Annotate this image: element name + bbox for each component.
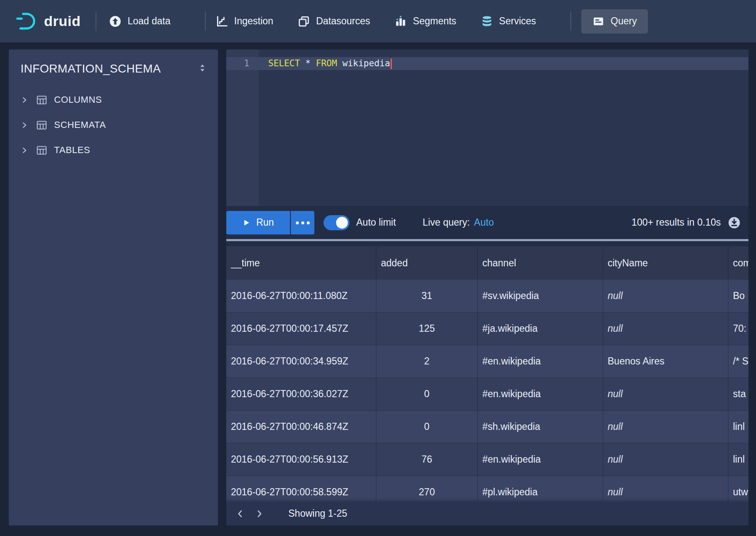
table-cell[interactable]: #en.wikipedia xyxy=(478,345,603,377)
schema-title: INFORMATION_SCHEMA xyxy=(21,62,198,75)
table-cell[interactable]: 0 xyxy=(376,411,478,443)
sql-token: * xyxy=(300,58,316,68)
table-cell[interactable]: 70: xyxy=(728,312,748,345)
table-cell[interactable]: sta xyxy=(728,378,748,410)
nav-services[interactable]: Services xyxy=(481,15,536,28)
nav-ingestion[interactable]: Ingestion xyxy=(216,15,273,28)
table-cell[interactable]: 0 xyxy=(376,378,478,410)
run-label: Run xyxy=(256,217,274,228)
topbar-divider xyxy=(570,12,571,31)
services-icon xyxy=(481,15,493,28)
table-icon xyxy=(36,145,47,156)
topbar-divider xyxy=(96,12,96,31)
chevron-right-icon xyxy=(21,146,28,154)
sidebar-item-tables[interactable]: TABLES xyxy=(9,138,218,163)
play-icon xyxy=(242,219,251,227)
nav-label: Query xyxy=(611,16,637,27)
table-icon xyxy=(36,120,47,131)
results-table: __timeaddedchannelcityNamecomment 2016-0… xyxy=(226,246,748,526)
chevron-right-icon xyxy=(21,121,28,129)
column-header-added[interactable]: added xyxy=(376,246,478,280)
run-more-button[interactable] xyxy=(291,211,314,234)
chevron-right-icon xyxy=(21,96,28,104)
live-query-label: Live query: xyxy=(423,217,470,228)
logo-text: druid xyxy=(44,13,80,29)
table-cell[interactable]: Buenos Aires xyxy=(603,345,728,377)
table-cell[interactable]: Bo xyxy=(728,280,748,312)
column-header-cityName[interactable]: cityName xyxy=(603,246,728,280)
nav-datasources[interactable]: Datasources xyxy=(298,15,370,28)
sql-code-line: SELECT * FROM wikipedia xyxy=(268,57,392,70)
prev-page-button[interactable] xyxy=(230,504,250,523)
table-cell[interactable]: null xyxy=(603,411,728,443)
nav-label: Services xyxy=(499,16,536,27)
table-row: 2016-06-27T00:00:36.027Z0#en.wikipedianu… xyxy=(226,378,748,411)
table-cell[interactable]: linl xyxy=(728,443,748,476)
table-cell[interactable]: 2016-06-27T00:00:11.080Z xyxy=(226,280,376,312)
table-cell[interactable]: /* S xyxy=(728,345,748,377)
nav-load-data[interactable]: Load data xyxy=(109,15,170,28)
datasources-icon xyxy=(298,15,310,28)
nav-segments[interactable]: Segments xyxy=(394,15,456,28)
sidebar-item-schemata[interactable]: SCHEMATA xyxy=(9,112,218,138)
table-cell[interactable]: 76 xyxy=(376,443,478,476)
sql-token: wikipedia xyxy=(337,58,390,68)
pagination-status: Showing 1-25 xyxy=(288,508,347,519)
table-cell[interactable]: null xyxy=(603,443,728,476)
more-icon xyxy=(295,219,311,226)
table-body: 2016-06-27T00:00:11.080Z31#sv.wikipedian… xyxy=(226,280,748,509)
table-cell[interactable]: #en.wikipedia xyxy=(478,378,603,410)
auto-limit-label: Auto limit xyxy=(356,217,396,228)
table-cell[interactable]: 2016-06-27T00:00:36.027Z xyxy=(226,378,376,410)
schema-sidebar: INFORMATION_SCHEMA COLUMNSSCHEMATATABLES xyxy=(9,49,218,526)
table-row: 2016-06-27T00:00:17.457Z125#ja.wikipedia… xyxy=(226,312,748,345)
table-cell[interactable]: 125 xyxy=(376,312,478,345)
schema-selector[interactable]: INFORMATION_SCHEMA xyxy=(9,49,218,75)
live-query-value[interactable]: Auto xyxy=(474,217,494,228)
druid-logo[interactable]: druid xyxy=(16,12,80,31)
table-row: 2016-06-27T00:00:46.874Z0#sh.wikipedianu… xyxy=(226,411,748,443)
table-cell[interactable]: #sv.wikipedia xyxy=(478,280,603,312)
table-cell[interactable]: 2016-06-27T00:00:46.874Z xyxy=(226,411,376,443)
nav-label: Ingestion xyxy=(234,16,273,27)
run-toolbar: Run Auto limit Live query: Auto 100+ res… xyxy=(226,206,748,239)
results-summary: 100+ results in 0.10s xyxy=(632,217,721,228)
table-cell[interactable]: 31 xyxy=(376,280,478,312)
sidebar-item-label: SCHEMATA xyxy=(54,120,106,130)
column-header-comment[interactable]: comment xyxy=(728,246,748,280)
line-number: 1 xyxy=(226,57,259,70)
table-cell[interactable]: 2016-06-27T00:00:17.457Z xyxy=(226,312,376,345)
column-header-channel[interactable]: channel xyxy=(478,246,603,280)
nav-label: Segments xyxy=(413,16,456,27)
table-icon xyxy=(36,94,47,106)
topbar-divider xyxy=(205,12,206,31)
panel-splitter[interactable] xyxy=(226,239,748,241)
sql-token: SELECT xyxy=(268,58,300,68)
run-button[interactable]: Run xyxy=(226,211,290,234)
text-cursor xyxy=(391,59,392,69)
table-cell[interactable]: linl xyxy=(728,411,748,443)
sql-editor[interactable]: 1 SELECT * FROM wikipedia xyxy=(226,49,748,206)
sidebar-item-label: COLUMNS xyxy=(54,94,102,105)
query-icon xyxy=(592,15,605,28)
table-cell[interactable]: null xyxy=(603,280,728,312)
nav-label: Load data xyxy=(127,16,170,27)
table-cell[interactable]: #ja.wikipedia xyxy=(478,312,603,345)
next-page-button[interactable] xyxy=(250,504,269,523)
table-cell[interactable]: 2016-06-27T00:00:34.959Z xyxy=(226,345,376,377)
table-cell[interactable]: null xyxy=(603,378,728,410)
nav-query[interactable]: Query xyxy=(581,9,648,34)
auto-limit-toggle[interactable] xyxy=(324,215,350,230)
table-cell[interactable]: #en.wikipedia xyxy=(478,443,603,476)
ingestion-icon xyxy=(216,15,228,28)
pagination-bar: Showing 1-25 xyxy=(226,502,748,526)
table-cell[interactable]: 2 xyxy=(376,345,478,377)
column-header-time[interactable]: __time xyxy=(226,246,376,280)
table-row: 2016-06-27T00:00:11.080Z31#sv.wikipedian… xyxy=(226,280,748,312)
download-icon[interactable] xyxy=(728,216,741,229)
sidebar-item-columns[interactable]: COLUMNS xyxy=(9,87,218,112)
table-cell[interactable]: #sh.wikipedia xyxy=(478,411,603,443)
table-header-row: __timeaddedchannelcityNamecomment xyxy=(226,246,748,280)
table-cell[interactable]: 2016-06-27T00:00:56.913Z xyxy=(226,443,376,476)
table-cell[interactable]: null xyxy=(603,312,728,345)
